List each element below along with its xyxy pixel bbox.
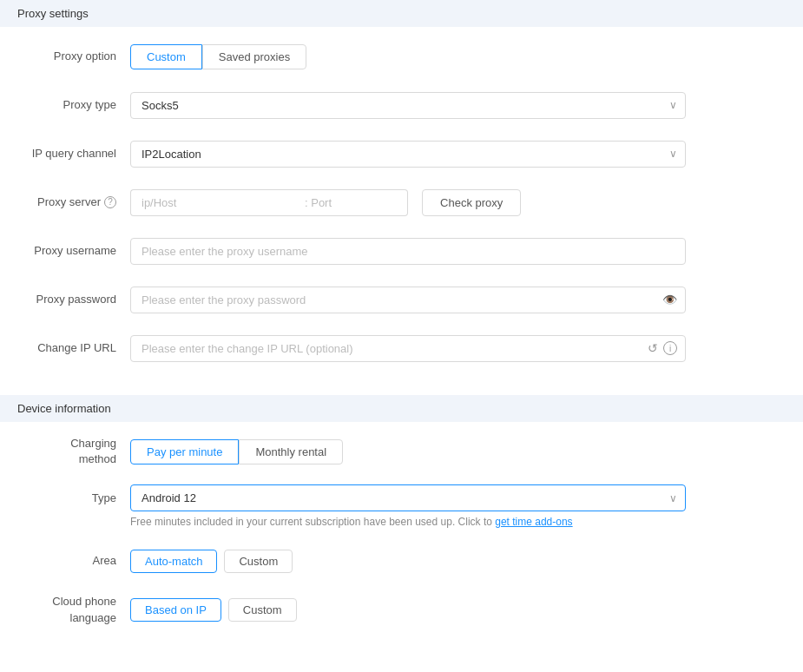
proxy-port-divider: : Port [298,189,339,216]
area-custom-btn[interactable]: Custom [224,550,293,573]
monthly-rental-btn[interactable]: Monthly rental [239,439,343,464]
proxy-option-custom-btn[interactable]: Custom [130,44,202,69]
proxy-option-saved-btn[interactable]: Saved proxies [202,44,306,69]
area-label: Area [17,553,130,569]
area-btn-group: Auto-match Custom [130,550,686,573]
change-ip-url-control: ↺ i [130,335,686,362]
proxy-settings-title: Proxy settings [17,7,89,20]
device-type-label: Type [17,491,130,506]
device-type-notice: Free minutes included in your current su… [130,516,573,528]
cloud-phone-language-label: Cloud phone language [17,594,130,625]
change-ip-url-row: Change IP URL ↺ i [17,333,786,364]
proxy-server-row: Proxy server ? : Port Check proxy [17,187,786,218]
device-information-body: Charging method Pay per minute Monthly r… [0,422,803,657]
change-ip-icons-container: ↺ i [648,341,677,355]
proxy-settings-body: Proxy option Custom Saved proxies Proxy … [0,27,803,395]
proxy-server-label: Proxy server ? [17,194,130,210]
proxy-username-input[interactable] [130,238,686,265]
proxy-settings-section: Proxy settings Proxy option Custom Saved… [0,0,803,395]
charging-method-row: Charging method Pay per minute Monthly r… [17,436,786,467]
cloud-phone-language-btn-group: Based on IP Custom [130,598,686,622]
area-control: Auto-match Custom [130,550,686,573]
proxy-password-label: Proxy password [17,292,130,307]
device-information-title: Device information [17,402,111,415]
device-type-row: Type Android 12 Android 11 Android 10 ∨ … [17,484,786,528]
ip-query-channel-row: IP query channel IP2Location ipinfo.io i… [17,138,786,169]
proxy-server-control: : Port Check proxy [130,189,686,216]
proxy-type-row: Proxy type Socks5 HTTP HTTPS ∨ [17,89,786,121]
device-type-select-wrapper: Android 12 Android 11 Android 10 ∨ [130,484,686,511]
device-type-control: Android 12 Android 11 Android 10 ∨ [130,484,686,511]
cloud-phone-language-based-on-ip-btn[interactable]: Based on IP [130,598,221,622]
area-row: Area Auto-match Custom [17,545,786,576]
pay-per-minute-btn[interactable]: Pay per minute [130,439,239,464]
device-information-header: Device information [0,395,803,422]
change-ip-refresh-icon[interactable]: ↺ [648,341,658,355]
proxy-type-select[interactable]: Socks5 HTTP HTTPS [130,92,686,119]
proxy-server-label-text: Proxy server [37,194,101,210]
proxy-password-input[interactable] [130,287,686,313]
charging-method-control: Pay per minute Monthly rental [130,439,686,464]
device-information-section: Device information Charging method Pay p… [0,395,803,657]
proxy-settings-header: Proxy settings [0,0,803,27]
proxy-option-label: Proxy option [17,49,130,64]
ip-query-channel-select-wrapper: IP2Location ipinfo.io ip-api.com ∨ [130,141,686,168]
proxy-type-control: Socks5 HTTP HTTPS ∨ [130,92,686,119]
proxy-username-label: Proxy username [17,243,130,259]
proxy-username-row: Proxy username [17,235,786,267]
charging-method-btn-group: Pay per minute Monthly rental [130,439,686,464]
proxy-password-wrapper: 👁️ [130,287,686,313]
change-ip-url-wrapper: ↺ i [130,335,686,362]
ip-query-channel-select[interactable]: IP2Location ipinfo.io ip-api.com [130,141,686,168]
proxy-username-control [130,238,686,265]
cloud-phone-language-control: Based on IP Custom [130,598,686,622]
device-type-row-inner: Type Android 12 Android 11 Android 10 ∨ [17,484,786,511]
proxy-password-row: Proxy password 👁️ [17,284,786,315]
change-ip-info-icon[interactable]: i [663,341,677,355]
check-proxy-button[interactable]: Check proxy [422,189,521,216]
ip-query-channel-label: IP query channel [17,146,130,161]
proxy-server-label-container: Proxy server ? [17,194,116,210]
proxy-server-help-icon[interactable]: ? [104,196,116,208]
proxy-option-btn-group: Custom Saved proxies [130,44,686,69]
proxy-host-input[interactable] [130,189,298,216]
cloud-phone-language-custom-btn[interactable]: Custom [228,598,297,622]
get-time-addons-link[interactable]: get time add-ons [495,516,572,528]
device-type-select[interactable]: Android 12 Android 11 Android 10 [130,484,686,511]
proxy-port-input[interactable] [339,189,408,216]
proxy-server-input-wrapper: : Port [130,189,408,216]
charging-method-label: Charging method [17,436,130,467]
change-ip-url-label: Change IP URL [17,340,130,356]
proxy-type-select-wrapper: Socks5 HTTP HTTPS ∨ [130,92,686,119]
area-auto-match-btn[interactable]: Auto-match [130,550,217,573]
ip-query-channel-control: IP2Location ipinfo.io ip-api.com ∨ [130,141,686,168]
proxy-type-label: Proxy type [17,97,130,113]
proxy-password-control: 👁️ [130,287,686,313]
password-eye-icon[interactable]: 👁️ [662,293,677,306]
proxy-option-control: Custom Saved proxies [130,44,686,69]
change-ip-url-input[interactable] [130,335,686,362]
proxy-option-row: Proxy option Custom Saved proxies [17,41,786,72]
device-type-notice-container: Free minutes included in your current su… [17,515,573,528]
cloud-phone-language-row: Cloud phone language Based on IP Custom [17,594,786,625]
